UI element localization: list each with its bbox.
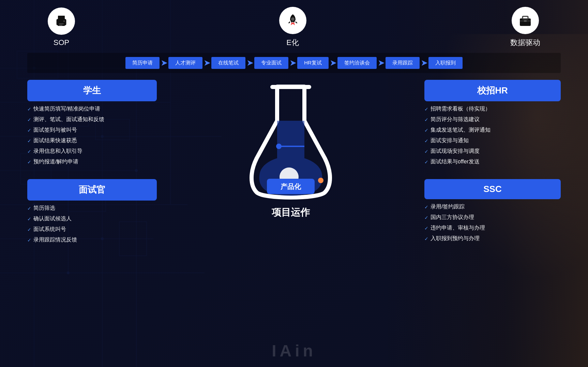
flow-step-3: 在线笔试 xyxy=(211,57,245,69)
student-feature-3: ✓ 面试签到与被叫号 xyxy=(27,127,157,134)
check-icon-8: ✓ xyxy=(27,216,31,222)
flow-arrow-4: ➤ xyxy=(290,59,296,68)
svg-point-30 xyxy=(63,20,65,22)
interviewer-role-box: 面试官 xyxy=(27,179,157,201)
check-icon-19: ✓ xyxy=(424,225,428,231)
student-role-box: 学生 xyxy=(27,80,157,101)
check-icon-3: ✓ xyxy=(27,128,31,133)
hr-role-box: 校招HR xyxy=(424,80,561,101)
flow-arrow-7: ➤ xyxy=(421,59,427,68)
flow-step-1: 简历申请 xyxy=(125,57,160,69)
svg-point-31 xyxy=(291,17,295,21)
data-driven-group: 数据驱动 xyxy=(510,7,540,48)
flow-step-4: 专业面试 xyxy=(254,57,288,69)
top-icons-row: SOP E化 xyxy=(27,7,561,48)
check-icon-9: ✓ xyxy=(27,227,31,232)
flow-step-6: 签约洽谈会 xyxy=(337,57,377,69)
svg-rect-33 xyxy=(523,16,528,19)
sop-group: SOP xyxy=(48,8,75,47)
ssc-feature-2: ✓ 国内三方协议办理 xyxy=(424,214,561,221)
check-icon-4: ✓ xyxy=(27,138,31,144)
svg-rect-29 xyxy=(59,25,62,26)
right-column: 校招HR ✓ 招聘需求看板（待实现） ✓ 简历评分与筛选建议 ✓ 集成发送笔试、… xyxy=(424,80,561,242)
check-icon-14: ✓ xyxy=(424,138,428,144)
watermark: IAin xyxy=(272,341,316,360)
hr-feature-5: ✓ 面试现场安排与调度 xyxy=(424,148,561,155)
sop-label: SOP xyxy=(54,38,69,47)
interviewer-feature-3: ✓ 面试系统叫号 xyxy=(27,226,157,233)
hr-feature-4: ✓ 面试安排与通知 xyxy=(424,137,561,144)
flow-arrow-6: ➤ xyxy=(378,59,384,68)
student-feature-2: ✓ 测评、笔试、面试通知和反馈 xyxy=(27,116,157,123)
check-icon-17: ✓ xyxy=(424,204,428,210)
ssc-feature-3: ✓ 违约申请、审核与办理 xyxy=(424,224,561,232)
sop-icon xyxy=(54,14,69,29)
flow-arrow-5: ➤ xyxy=(330,59,336,68)
flow-step-5: HR复试 xyxy=(297,57,329,69)
flow-arrow-1: ➤ xyxy=(161,59,167,68)
hr-section: 校招HR ✓ 招聘需求看板（待实现） ✓ 简历评分与筛选建议 ✓ 集成发送笔试、… xyxy=(424,80,561,165)
check-icon-12: ✓ xyxy=(424,117,428,122)
rocket-icon xyxy=(285,13,300,28)
interviewer-feature-2: ✓ 确认面试候选人 xyxy=(27,215,157,222)
check-icon-2: ✓ xyxy=(27,117,31,122)
ssc-role-box: SSC xyxy=(424,179,561,199)
student-feature-4: ✓ 面试结果快速获悉 xyxy=(27,137,157,144)
flow-step-7: 录用跟踪 xyxy=(386,57,420,69)
flow-arrow-3: ➤ xyxy=(247,59,253,68)
ssc-feature-1: ✓ 录用/签约跟踪 xyxy=(424,203,561,210)
ehua-icon-circle xyxy=(279,7,306,34)
check-icon-13: ✓ xyxy=(424,128,428,133)
student-feature-1: ✓ 快速简历填写/精准岗位申请 xyxy=(27,105,157,113)
check-icon-18: ✓ xyxy=(424,215,428,220)
sop-icon-circle xyxy=(48,8,75,35)
check-icon-1: ✓ xyxy=(27,106,31,112)
check-icon-11: ✓ xyxy=(424,106,428,112)
student-section: 学生 ✓ 快速简历填写/精准岗位申请 ✓ 测评、笔试、面试通知和反馈 ✓ 面试签… xyxy=(27,80,157,165)
check-icon-15: ✓ xyxy=(424,149,428,154)
ssc-section: SSC ✓ 录用/签约跟踪 ✓ 国内三方协议办理 ✓ 违约申请、审核与办理 xyxy=(424,179,561,242)
svg-rect-28 xyxy=(59,24,64,24)
check-icon-7: ✓ xyxy=(27,206,31,211)
hr-feature-list: ✓ 招聘需求看板（待实现） ✓ 简历评分与筛选建议 ✓ 集成发送笔试、测评通知 … xyxy=(424,105,561,165)
flow-step-8: 入职报到 xyxy=(428,57,463,69)
hr-feature-1: ✓ 招聘需求看板（待实现） xyxy=(424,105,561,113)
student-feature-list: ✓ 快速简历填写/精准岗位申请 ✓ 测评、笔试、面试通知和反馈 ✓ 面试签到与被… xyxy=(27,105,157,165)
interviewer-feature-4: ✓ 录用跟踪情况反馈 xyxy=(27,236,157,244)
briefcase-icon xyxy=(518,13,533,28)
center-column: 产品化 项目运作 xyxy=(164,80,418,219)
project-label: 项目运作 xyxy=(272,206,310,219)
ehua-group: E化 xyxy=(279,7,306,48)
hr-feature-6: ✓ 面试结果与offer发送 xyxy=(424,158,561,165)
hr-feature-3: ✓ 集成发送笔试、测评通知 xyxy=(424,127,561,134)
svg-text:产品化: 产品化 xyxy=(280,183,301,190)
flask-container: 产品化 xyxy=(236,80,345,199)
ssc-feature-4: ✓ 入职报到预约与办理 xyxy=(424,235,561,242)
interviewer-feature-list: ✓ 简历筛选 ✓ 确认面试候选人 ✓ 面试系统叫号 ✓ 录用跟踪情况反馈 xyxy=(27,205,157,244)
ssc-feature-list: ✓ 录用/签约跟踪 ✓ 国内三方协议办理 ✓ 违约申请、审核与办理 ✓ 入职报到… xyxy=(424,203,561,242)
data-driven-label: 数据驱动 xyxy=(510,38,540,48)
check-icon-6: ✓ xyxy=(27,159,31,165)
ehua-label: E化 xyxy=(286,38,299,48)
check-icon-20: ✓ xyxy=(424,236,428,241)
svg-rect-26 xyxy=(58,16,65,20)
flow-arrow-2: ➤ xyxy=(204,59,210,68)
flask-svg: 产品化 xyxy=(236,80,345,203)
check-icon-16: ✓ xyxy=(424,159,428,165)
main-content: SOP E化 xyxy=(0,0,588,367)
flow-bar: 简历申请 ➤ 人才测评 ➤ 在线笔试 ➤ 专业面试 ➤ HR复试 ➤ 签约洽谈会… xyxy=(27,53,561,73)
check-icon-5: ✓ xyxy=(27,149,31,154)
svg-rect-36 xyxy=(524,20,527,22)
flow-step-2: 人才测评 xyxy=(168,57,202,69)
data-driven-icon-circle xyxy=(512,7,539,34)
svg-rect-37 xyxy=(270,85,311,89)
left-column: 学生 ✓ 快速简历填写/精准岗位申请 ✓ 测评、笔试、面试通知和反馈 ✓ 面试签… xyxy=(27,80,157,244)
student-feature-5: ✓ 录用信息和入职引导 xyxy=(27,148,157,155)
main-area: 学生 ✓ 快速简历填写/精准岗位申请 ✓ 测评、笔试、面试通知和反馈 ✓ 面试签… xyxy=(27,80,561,244)
student-feature-6: ✓ 预约报道/解约申请 xyxy=(27,158,157,165)
interviewer-feature-1: ✓ 简历筛选 xyxy=(27,205,157,212)
svg-point-40 xyxy=(318,178,323,183)
hr-feature-2: ✓ 简历评分与筛选建议 xyxy=(424,116,561,123)
check-icon-10: ✓ xyxy=(27,237,31,243)
interviewer-section: 面试官 ✓ 简历筛选 ✓ 确认面试候选人 ✓ 面试系统叫号 xyxy=(27,179,157,244)
